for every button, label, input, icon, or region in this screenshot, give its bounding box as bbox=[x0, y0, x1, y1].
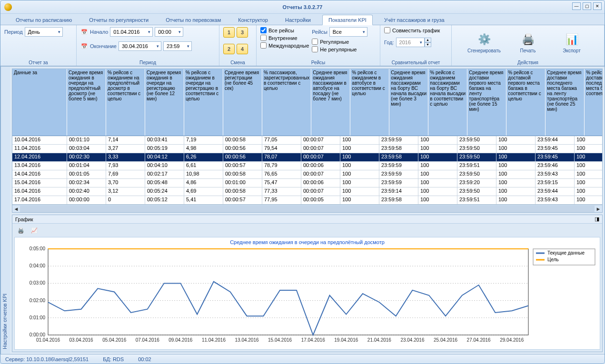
svg-text:03.04.2016: 03.04.2016 bbox=[69, 337, 93, 343]
chart-canvas: Среднее время ожидания в очереди на пред… bbox=[14, 237, 600, 350]
all-flights-checkbox[interactable] bbox=[260, 27, 267, 33]
table-cell: 100 bbox=[340, 136, 379, 144]
column-header[interactable]: % рейсов с доставкой первого места багаж… bbox=[506, 69, 545, 136]
grid-hscroll[interactable]: ◄► bbox=[12, 205, 602, 212]
generate-button[interactable]: ⚙️Сгенерировать bbox=[464, 27, 505, 58]
tab-transport[interactable]: Отчеты по перевозкам bbox=[160, 15, 227, 25]
year-input[interactable]: 2016 bbox=[396, 38, 425, 47]
international-checkbox[interactable] bbox=[260, 42, 267, 49]
tab-kpi[interactable]: Показатели KPI bbox=[322, 15, 373, 25]
column-header[interactable]: % рейсов с ожиданием пассажирами на борт… bbox=[428, 69, 467, 136]
regular-checkbox[interactable] bbox=[312, 39, 318, 45]
column-header[interactable]: Среднее время ожидания пассажирами в авт… bbox=[311, 69, 350, 136]
all-flights-label: Все рейсы bbox=[268, 28, 294, 33]
nonregular-checkbox[interactable] bbox=[312, 46, 318, 52]
merge-chart-checkbox[interactable] bbox=[384, 27, 390, 33]
column-header[interactable]: Данные за bbox=[12, 69, 67, 136]
end-time-input[interactable]: 23:59 bbox=[163, 41, 192, 51]
close-button[interactable]: ✕ bbox=[593, 2, 602, 10]
table-cell: 00:02:40 bbox=[67, 187, 106, 196]
table-row[interactable]: 11.04.201600:03:043,2700:05:194,9800:00:… bbox=[12, 145, 602, 153]
table-cell: 100 bbox=[575, 170, 602, 178]
sidebar-tab-settings[interactable]: Настройки отчетов KPI bbox=[0, 67, 10, 354]
scroll-left-button[interactable]: ◄ bbox=[12, 206, 20, 212]
table-row[interactable]: 16.04.201600:02:403,1200:05:244,6900:00:… bbox=[12, 187, 602, 196]
period-select[interactable]: День bbox=[25, 27, 63, 37]
column-header[interactable]: Среднее время доставки последнего места … bbox=[545, 69, 585, 136]
table-cell: 23:59:45 bbox=[536, 153, 575, 161]
tab-settings[interactable]: Настройки bbox=[279, 15, 317, 25]
print-button[interactable]: 🖨️Печать bbox=[507, 27, 548, 58]
chart-pin-icon[interactable]: ◨ bbox=[595, 216, 599, 222]
tab-constructor[interactable]: Конструктор bbox=[232, 15, 274, 25]
tab-regularity[interactable]: Отчеты по регулярности bbox=[83, 15, 154, 25]
column-header[interactable]: % рейсов с доставкой последнего места ба… bbox=[585, 69, 603, 136]
table-row[interactable]: 17.04.201600:00:00000:05:125,4100:00:577… bbox=[12, 196, 602, 205]
minimize-button[interactable]: — bbox=[572, 2, 581, 10]
table-row[interactable]: 12.04.201600:02:303,3300:04:126,2600:00:… bbox=[12, 153, 602, 162]
table-cell: 00:00:56 bbox=[223, 153, 262, 161]
svg-text:01.04.2016: 01.04.2016 bbox=[36, 337, 60, 343]
chart-panel: График ◨ 🖨️ 📈 Среднее время ожидания в о… bbox=[12, 215, 603, 352]
shift-1-button[interactable]: 1 bbox=[223, 27, 235, 38]
column-header[interactable]: % рейсов с ожиданием в очереди на регист… bbox=[184, 69, 223, 136]
domestic-checkbox[interactable] bbox=[260, 35, 267, 41]
table-row[interactable]: 14.04.201600:01:057,6900:02:1710,9800:00… bbox=[12, 170, 602, 179]
table-row[interactable]: 15.04.201600:02:343,7000:05:484,8600:01:… bbox=[12, 179, 602, 187]
chart-print-button[interactable]: 🖨️ bbox=[15, 225, 27, 236]
table-cell: 100 bbox=[340, 196, 379, 204]
table-cell: 100 bbox=[496, 145, 536, 153]
year-up-button[interactable]: ▲ bbox=[425, 38, 431, 42]
table-cell: 10,98 bbox=[184, 170, 223, 178]
app-window: Отчеты 3.0.2.77 — ▢ ✕ Отчеты по расписан… bbox=[0, 0, 605, 364]
column-header[interactable]: % рейсов с ожиданием в автобусе в соотве… bbox=[350, 69, 389, 136]
table-cell: 4,86 bbox=[184, 179, 223, 187]
start-time-input[interactable]: 00:00 bbox=[155, 27, 183, 37]
start-date-input[interactable]: 01.04.2016 bbox=[110, 27, 153, 37]
titlebar: Отчеты 3.0.2.77 — ▢ ✕ bbox=[0, 0, 605, 14]
flights-select[interactable]: Все bbox=[329, 27, 367, 37]
gear-icon: ⚙️ bbox=[476, 32, 492, 47]
table-cell: 23:59:45 bbox=[536, 145, 575, 153]
table-row[interactable]: 13.04.201600:01:047,9300:04:106,6100:00:… bbox=[12, 162, 602, 170]
app-icon bbox=[4, 3, 12, 11]
table-cell: 23:59:51 bbox=[457, 162, 496, 170]
export-button[interactable]: 📊Экспорт bbox=[551, 27, 592, 58]
table-cell: 100 bbox=[575, 187, 602, 196]
regular-label: Регулярные bbox=[320, 39, 349, 45]
table-cell: 100 bbox=[340, 153, 379, 161]
scroll-right-button[interactable]: ► bbox=[595, 206, 602, 212]
table-cell: 76,65 bbox=[262, 170, 301, 178]
shift-3-button[interactable]: 3 bbox=[237, 27, 248, 38]
table-cell: 00:00:00 bbox=[67, 196, 106, 204]
tab-scheduling[interactable]: Отчеты по расписанию bbox=[10, 15, 78, 25]
table-cell: 14.04.2016 bbox=[12, 170, 67, 178]
table-cell: 00:00:56 bbox=[223, 145, 262, 153]
table-cell: 7,93 bbox=[106, 162, 145, 170]
calendar-end-icon: 📅 bbox=[80, 42, 88, 50]
column-header[interactable]: Среднее время доставки первого места баг… bbox=[467, 69, 506, 136]
table-row[interactable]: 10.04.201600:01:107,1400:03:417,1900:00:… bbox=[12, 136, 602, 145]
table-cell: 100 bbox=[418, 162, 457, 170]
column-header[interactable]: Среднее время ожидания в очереди на пред… bbox=[67, 69, 106, 136]
column-header[interactable]: % пассажиров, зарегистрированных в соотв… bbox=[262, 69, 311, 136]
year-label: Год: bbox=[384, 39, 394, 45]
shift-2-button[interactable]: 2 bbox=[223, 44, 235, 54]
maximize-button[interactable]: ▢ bbox=[583, 2, 591, 10]
column-header[interactable]: Среднее время регистрации (не более 45 с… bbox=[223, 69, 262, 136]
chart-export-button[interactable]: 📈 bbox=[29, 225, 40, 236]
period-group-label: Отчет за bbox=[0, 60, 76, 65]
table-cell: 100 bbox=[340, 179, 379, 187]
year-down-button[interactable]: ▼ bbox=[425, 42, 431, 47]
column-header[interactable]: Среднее время ожидания в очереди на реги… bbox=[145, 69, 184, 136]
column-header[interactable]: Среднее время ожидания пассажирами на бо… bbox=[389, 69, 428, 136]
tab-pax[interactable]: Учёт пассажиров и груза bbox=[378, 15, 450, 25]
table-cell: 100 bbox=[418, 187, 457, 196]
shift-4-button[interactable]: 4 bbox=[237, 44, 248, 54]
end-date-input[interactable]: 30.04.2016 bbox=[119, 41, 161, 51]
svg-text:Цель: Цель bbox=[547, 257, 559, 262]
merge-chart-label: Совместить график bbox=[392, 28, 440, 33]
table-cell: 11.04.2016 bbox=[12, 145, 67, 153]
column-header[interactable]: % рейсов с ожиданием на предполётный дос… bbox=[106, 69, 145, 136]
table-cell: 00:00:07 bbox=[301, 145, 340, 153]
